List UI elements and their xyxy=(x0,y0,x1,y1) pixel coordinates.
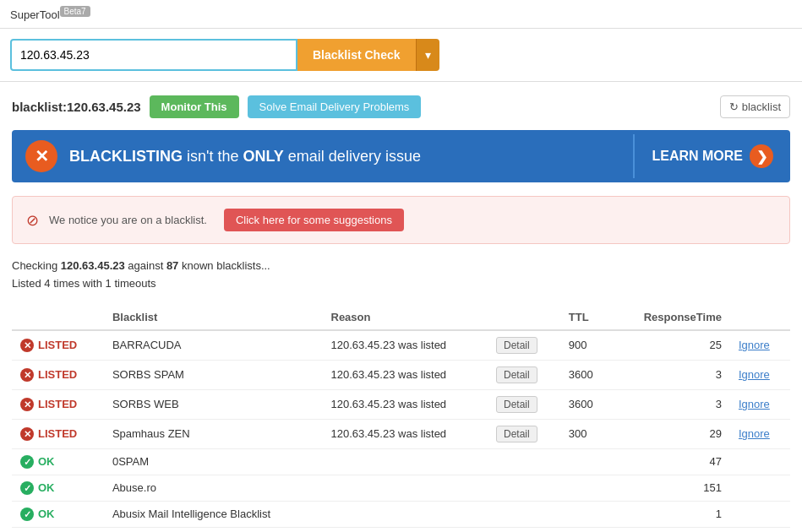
detail-button[interactable]: Detail xyxy=(496,337,537,354)
detail-cell: Detail xyxy=(488,389,560,419)
ignore-cell: Ignore xyxy=(730,389,790,419)
ignore-link[interactable]: Ignore xyxy=(739,368,770,381)
table-body: ✕ LISTED BARRACUDA 120.63.45.23 was list… xyxy=(12,330,790,528)
ignore-cell xyxy=(730,501,790,527)
table-row: ✕ LISTED SORBS WEB 120.63.45.23 was list… xyxy=(12,389,790,419)
detail-cell: Detail xyxy=(488,330,560,361)
banner-cta-arrow-icon: ❯ xyxy=(750,144,773,168)
check-suffix: known blacklists... xyxy=(178,259,270,272)
ttl-value: 3600 xyxy=(560,360,612,389)
alert-box: ⊘ We notice you are on a blacklist. Clic… xyxy=(12,196,790,244)
reason-text xyxy=(323,448,488,475)
banner-blacklisting: BLACKLISTING xyxy=(69,148,183,165)
reason-text: 120.63.45.23 was listed xyxy=(323,419,488,448)
col-ttl: TTL xyxy=(560,305,612,330)
blacklist-name: SORBS SPAM xyxy=(104,360,323,389)
ignore-cell: Ignore xyxy=(730,360,790,389)
ignore-cell xyxy=(730,475,790,501)
col-blacklist: Blacklist xyxy=(104,305,323,330)
response-time-value: 3 xyxy=(612,360,730,389)
detail-cell: Detail xyxy=(488,360,560,389)
check-prefix: Checking xyxy=(12,259,61,272)
table-row: ✕ LISTED SORBS SPAM 120.63.45.23 was lis… xyxy=(12,360,790,389)
ignore-link[interactable]: Ignore xyxy=(739,427,770,440)
blacklist-name: Abuse.ro xyxy=(104,475,323,501)
check-info-line2: Listed 4 times with 1 timeouts xyxy=(12,275,790,293)
detail-button[interactable]: Detail xyxy=(496,426,537,442)
promo-banner: ✕ BLACKLISTING isn't the ONLY email deli… xyxy=(12,130,790,182)
detail-button[interactable]: Detail xyxy=(496,366,537,383)
ttl-value xyxy=(560,475,612,501)
banner-x-icon: ✕ xyxy=(25,140,57,172)
ttl-value xyxy=(560,501,612,527)
table-row: ✓ OK Abuse.ro 151 xyxy=(12,475,790,501)
ttl-value: 300 xyxy=(560,419,612,448)
col-reason: Reason xyxy=(323,305,560,330)
blacklist-check-dropdown[interactable]: ▾ xyxy=(416,39,439,71)
banner-left: ✕ BLACKLISTING isn't the ONLY email deli… xyxy=(12,130,633,182)
ignore-link[interactable]: Ignore xyxy=(739,398,770,410)
check-middle: against xyxy=(125,259,166,272)
check-info: Checking 120.63.45.23 against 87 known b… xyxy=(12,258,790,293)
listed-icon: ✕ xyxy=(20,398,34,411)
status-label: LISTED xyxy=(38,339,77,351)
search-input[interactable] xyxy=(10,39,297,71)
banner-text-2: isn't the xyxy=(183,148,243,165)
reason-text xyxy=(323,501,488,527)
detail-button[interactable]: Detail xyxy=(496,396,537,413)
blacklist-name: SORBS WEB xyxy=(104,389,323,419)
search-bar: Blacklist Check ▾ xyxy=(0,29,802,82)
suggestions-button[interactable]: Click here for some suggestions xyxy=(224,209,404,231)
status-label: LISTED xyxy=(38,427,77,440)
status-label: LISTED xyxy=(38,368,77,381)
detail-cell xyxy=(488,475,560,501)
blacklist-link[interactable]: ↻ blacklist xyxy=(720,95,790,118)
banner-only: ONLY xyxy=(243,148,283,165)
reason-text xyxy=(323,475,488,501)
status-cell: ✕ LISTED xyxy=(12,330,104,361)
table-header-row: Blacklist Reason TTL ResponseTime xyxy=(12,305,790,330)
alert-icon: ⊘ xyxy=(26,211,39,230)
detail-cell xyxy=(488,501,560,527)
blacklist-name: BARRACUDA xyxy=(104,330,323,361)
banner-text-4: email delivery issue xyxy=(284,148,421,165)
app-title-text: SuperTool xyxy=(10,8,60,21)
ttl-value xyxy=(560,448,612,475)
ignore-link[interactable]: Ignore xyxy=(739,339,770,351)
reason-text: 120.63.45.23 was listed xyxy=(323,389,488,419)
listed-icon: ✕ xyxy=(20,427,34,441)
title-row: blacklist:120.63.45.23 Monitor This Solv… xyxy=(12,95,790,118)
ttl-value: 900 xyxy=(560,330,612,361)
monitor-button[interactable]: Monitor This xyxy=(150,95,239,118)
table-row: ✓ OK 0SPAM 47 xyxy=(12,448,790,475)
check-count: 87 xyxy=(166,259,178,272)
listed-icon: ✕ xyxy=(20,339,34,352)
check-ip: 120.63.45.23 xyxy=(61,259,125,272)
blacklist-name: 0SPAM xyxy=(104,448,323,475)
status-cell: ✓ OK xyxy=(12,475,104,501)
banner-cta[interactable]: LEARN MORE ❯ xyxy=(633,134,790,178)
response-time-value: 29 xyxy=(612,419,730,448)
ignore-cell: Ignore xyxy=(730,330,790,361)
table-row: ✓ OK Abusix Mail Intelligence Blacklist … xyxy=(12,501,790,527)
response-time-value: 151 xyxy=(612,475,730,501)
col-status xyxy=(12,305,104,330)
alert-text: We notice you are on a blacklist. xyxy=(49,214,207,226)
blacklist-name: Abusix Mail Intelligence Blacklist xyxy=(104,501,323,527)
ok-icon: ✓ xyxy=(20,455,34,469)
header: SuperToolBeta7 xyxy=(0,0,802,29)
ignore-cell: Ignore xyxy=(730,419,790,448)
results-table: Blacklist Reason TTL ResponseTime ✕ LIST… xyxy=(12,305,790,528)
page-subtitle: blacklist:120.63.45.23 xyxy=(12,100,141,114)
ignore-cell xyxy=(730,448,790,475)
reason-text: 120.63.45.23 was listed xyxy=(323,360,488,389)
banner-cta-label: LEARN MORE xyxy=(652,149,743,164)
status-label: OK xyxy=(38,481,55,494)
solve-email-button[interactable]: Solve Email Delivery Problems xyxy=(248,95,422,118)
status-cell: ✕ LISTED xyxy=(12,389,104,419)
response-time-value: 3 xyxy=(612,389,730,419)
status-label: OK xyxy=(38,455,55,468)
blacklist-name: Spamhaus ZEN xyxy=(104,419,323,448)
blacklist-check-button[interactable]: Blacklist Check xyxy=(297,39,416,71)
detail-cell xyxy=(488,448,560,475)
